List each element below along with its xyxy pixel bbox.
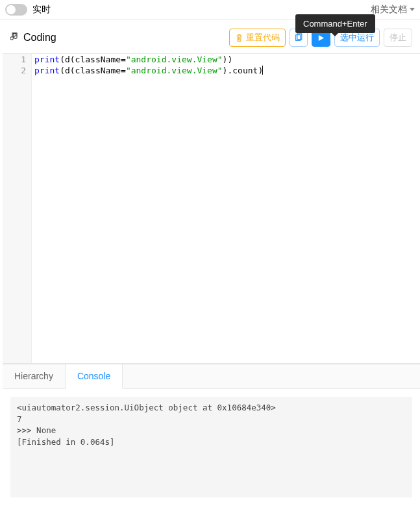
stop-button[interactable]: 停止 — [384, 29, 412, 47]
code-editor[interactable]: 12 print(d(className="android.view.View"… — [3, 53, 420, 364]
copy-icon — [294, 33, 303, 42]
chevron-down-icon — [410, 8, 415, 11]
line-number: 2 — [3, 65, 26, 76]
docs-label: 相关文档 — [371, 4, 407, 16]
tab-hierarchy[interactable]: Hierarchy — [3, 364, 66, 388]
line-gutter: 12 — [3, 54, 32, 363]
top-left: 实时 — [5, 4, 51, 16]
bottom-panel: Hierarchy Console <uiautomator2.session.… — [3, 364, 420, 497]
play-icon — [317, 34, 325, 42]
music-icon — [10, 32, 19, 44]
code-content[interactable]: print(d(className="android.view.View"))p… — [32, 54, 420, 363]
code-line: print(d(className="android.view.View").c… — [34, 65, 417, 76]
realtime-label: 实时 — [32, 4, 51, 16]
line-number: 1 — [3, 54, 26, 65]
reset-code-button[interactable]: 重置代码 — [229, 29, 286, 47]
code-line: print(d(className="android.view.View")) — [34, 54, 417, 65]
docs-dropdown[interactable]: 相关文档 — [371, 4, 415, 16]
console-output[interactable]: <uiautomator2.session.UiObject object at… — [10, 397, 412, 497]
shortcut-tooltip: Command+Enter — [295, 14, 375, 33]
main-area: Coding 重置代码 选中运行 停止 12 print(d(className… — [0, 19, 420, 497]
coding-title: Coding — [10, 32, 56, 44]
tabs: Hierarchy Console — [3, 364, 420, 389]
trash-icon — [235, 34, 243, 42]
tab-console[interactable]: Console — [66, 364, 123, 389]
realtime-toggle[interactable] — [5, 4, 27, 16]
coding-title-text: Coding — [23, 32, 56, 44]
